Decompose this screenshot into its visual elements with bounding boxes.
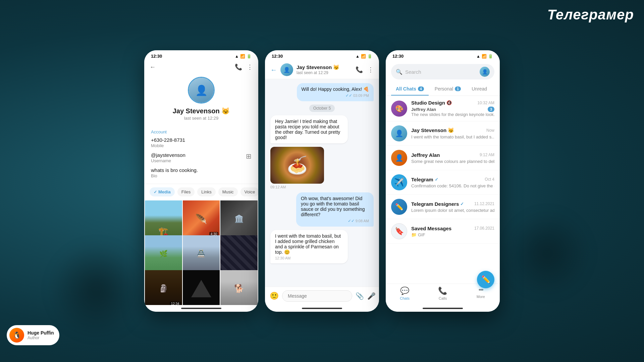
- wifi-icon: ▲: [235, 54, 239, 59]
- profile-avatar: 👤: [188, 77, 215, 104]
- chats-nav-label: Chats: [400, 296, 410, 300]
- chat-contact-name: Jay Stevenson 😼: [297, 64, 352, 70]
- message-sent-2: Oh wow, that's awesome! Did you go with …: [296, 192, 374, 227]
- time-3: 12:30: [392, 54, 404, 59]
- media-image-5: 🏯: [183, 235, 220, 273]
- chat-list: 🎨 Studio Design 🔇 10:32 AM Jeffrey Alan …: [386, 96, 500, 284]
- compose-button[interactable]: ✏️: [477, 271, 494, 288]
- emoji-button[interactable]: 🙂: [270, 292, 279, 300]
- mic-button[interactable]: 🎤: [367, 292, 376, 300]
- media-item-1[interactable]: [145, 200, 182, 238]
- calls-nav-icon: 📞: [438, 287, 447, 295]
- jeffrey-preview: Some great new colours are planned to de…: [411, 159, 494, 164]
- gif-label: GIF: [418, 232, 425, 237]
- media-image-4: 🌿: [145, 235, 182, 273]
- phone-field: +630-228-8731 Mobile: [151, 137, 252, 148]
- media-image-6: [220, 235, 258, 273]
- studio-design-preview: Jeffrey Alan 3: [411, 107, 494, 112]
- checkmark-icon-2: ✓✓: [348, 219, 355, 223]
- chat-item-telegram[interactable]: ✈️ Telegram ✓ Oct 4 Confirmation code: 5…: [386, 170, 500, 195]
- telegram-name: Telegram ✓: [411, 177, 438, 182]
- tab-unread[interactable]: Unread: [467, 83, 492, 96]
- status-bar-3: 12:30 ▲ 📶 🔋: [386, 50, 500, 61]
- message-text-r1: Hey Jamie! I tried making that pasta rec…: [275, 119, 343, 140]
- nav-more[interactable]: ••• More: [462, 287, 500, 300]
- wifi-icon-3: ▲: [476, 54, 480, 59]
- media-item-9[interactable]: 🐕: [220, 270, 258, 305]
- telegram-time: Oct 4: [485, 177, 494, 182]
- telegram-verified-icon: ✓: [435, 177, 438, 182]
- message-time-img: 09:12 AM: [270, 185, 324, 189]
- media-item-3[interactable]: 🏛️: [220, 200, 258, 238]
- media-item-2[interactable]: 🪶 4:30: [183, 200, 220, 238]
- studio-design-name: Studio Design 🔇: [411, 100, 452, 106]
- chat-item-tg-designers[interactable]: ✏️ Telegram Designers ✓ 11.12.2021 Lorem…: [386, 195, 500, 219]
- saved-name-row: Saved Messages 17.06.2021: [411, 226, 494, 231]
- studio-design-info: Studio Design 🔇 10:32 AM Jeffrey Alan 3 …: [411, 100, 494, 117]
- account-label: Account: [151, 129, 252, 134]
- chat-back-button[interactable]: ←: [270, 66, 277, 74]
- message-image: [270, 147, 324, 184]
- username-info: @jaystevenson Username: [151, 152, 185, 163]
- saved-preview: 📁 GIF: [411, 232, 494, 237]
- author-info: Huge Puffin Author: [28, 330, 54, 340]
- nav-calls[interactable]: 📞 Calls: [424, 287, 462, 300]
- chat-contact-avatar: 👤: [280, 63, 293, 76]
- chat-item-saved[interactable]: 🔖 Saved Messages 17.06.2021 📁 GIF: [386, 219, 500, 244]
- tg-designers-icon: ✏️: [395, 203, 404, 211]
- search-user-avatar[interactable]: 👤: [480, 67, 490, 77]
- media-item-4[interactable]: 🌿: [145, 235, 182, 273]
- media-image-7: 🗿: [145, 270, 182, 305]
- tg-designers-preview: Lorem ipsum dolor sit amet, consectetur …: [411, 208, 494, 213]
- media-tabs: ✓ Media Files Links Music Voice G: [144, 184, 258, 200]
- profile-avatar-image: 👤: [189, 78, 214, 103]
- app-container: 12:30 ▲ 📶 🔋 ← 📞 ⋮ 👤 Jay Stevenson 😼 last…: [0, 0, 644, 362]
- tab-personal[interactable]: Personal 1: [430, 83, 466, 96]
- studio-design-avatar: 🎨: [391, 101, 407, 117]
- tab-files[interactable]: Files: [177, 187, 195, 196]
- media-item-7[interactable]: 🗿 12:34: [145, 270, 182, 305]
- calls-nav-label: Calls: [439, 296, 447, 300]
- phone-icon[interactable]: 📞: [235, 63, 242, 71]
- username-label: Username: [151, 158, 185, 163]
- chat-item-studio-design[interactable]: 🎨 Studio Design 🔇 10:32 AM Jeffrey Alan …: [386, 96, 500, 121]
- bio-value: whats is bro cooking.: [151, 167, 252, 173]
- message-input[interactable]: [282, 290, 352, 302]
- wifi-icon-2: ▲: [356, 54, 360, 59]
- search-placeholder-text: Search: [405, 69, 477, 75]
- phone-value: +630-228-8731: [151, 137, 252, 143]
- message-time-r2: 12:30 AM: [275, 256, 343, 260]
- tab-all-chats[interactable]: All Chats 4: [391, 83, 429, 96]
- media-item-8[interactable]: [183, 270, 220, 305]
- chat-more-icon[interactable]: ⋮: [368, 66, 374, 73]
- home-indicator-1: [144, 305, 258, 312]
- all-chats-label: All Chats: [396, 86, 416, 92]
- saved-time: 17.06.2021: [474, 226, 494, 231]
- author-avatar: 🐧: [9, 328, 24, 343]
- attach-button[interactable]: 📎: [356, 292, 364, 300]
- jay-name: Jay Stevenson 😼: [411, 127, 454, 133]
- qr-icon[interactable]: ⊞: [246, 152, 252, 160]
- phone-chat: 12:30 ▲ 📶 🔋 ← 👤 Jay Stevenson 😼 last see…: [265, 50, 379, 312]
- gif-icon: 📁: [411, 232, 417, 237]
- tab-media[interactable]: ✓ Media: [150, 187, 175, 196]
- battery-icon-3: 🔋: [488, 54, 493, 59]
- chat-header: ← 👤 Jay Stevenson 😼 last seen at 12:29 📞…: [265, 61, 379, 79]
- more-icon[interactable]: ⋮: [247, 63, 253, 71]
- chat-phone-icon[interactable]: 📞: [356, 66, 363, 73]
- battery-icon: 🔋: [247, 54, 252, 59]
- nav-chats[interactable]: 💬 Chats: [386, 287, 424, 300]
- studio-design-preview2: The new slides for the design keynote lo…: [411, 112, 494, 117]
- media-item-5[interactable]: 🏯: [183, 235, 220, 273]
- media-item-6[interactable]: [220, 235, 258, 273]
- back-button[interactable]: ←: [150, 64, 156, 71]
- chat-item-jay[interactable]: 👤 Jay Stevenson 😼 Now I went with the to…: [386, 121, 500, 146]
- status-bar-1: 12:30 ▲ 📶 🔋: [144, 50, 258, 61]
- jay-avatar: 👤: [391, 125, 407, 141]
- tab-links[interactable]: Links: [197, 187, 215, 196]
- tab-voice[interactable]: Voice: [240, 187, 258, 196]
- author-badge: 🐧 Huge Puffin Author: [7, 325, 59, 345]
- chat-item-jeffrey[interactable]: 👤 Jeffrey Alan 9:12 AM Some great new co…: [386, 146, 500, 170]
- saved-avatar: 🔖: [391, 223, 407, 239]
- tab-music[interactable]: Music: [218, 187, 238, 196]
